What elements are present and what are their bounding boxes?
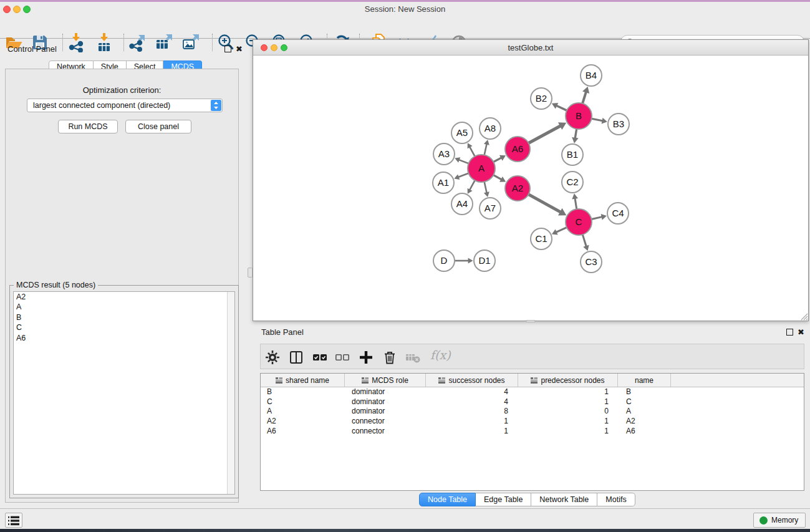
table-cell[interactable]: 4	[426, 397, 518, 407]
graph-edge-C-C1[interactable]	[556, 228, 567, 233]
graph-node-label: A3	[438, 148, 450, 159]
graph-edge-A-A5[interactable]	[470, 147, 475, 156]
table-cell[interactable]: A2	[618, 417, 671, 427]
table-cell[interactable]: C	[261, 397, 345, 407]
titlebar: Session: New Session	[0, 2, 810, 16]
tab-network-table[interactable]: Network Table	[531, 493, 597, 506]
columns-icon[interactable]	[288, 349, 304, 365]
vertical-splitter-handle[interactable]	[248, 268, 253, 278]
table-cell[interactable]: B	[261, 387, 345, 397]
table-cell[interactable]: 1	[426, 427, 518, 437]
graph-edge-C-C2[interactable]	[575, 198, 577, 210]
close-panel-icon[interactable]: ✖	[236, 46, 243, 53]
run-mcds-button[interactable]: Run MCDS	[58, 120, 118, 133]
mcds-list-scrollbar[interactable]	[227, 292, 234, 494]
table-cell[interactable]: A6	[618, 427, 671, 437]
tab-edge-table[interactable]: Edge Table	[476, 493, 531, 506]
float-table-panel-icon[interactable]	[786, 329, 793, 336]
graph-edge-A-A4[interactable]	[470, 180, 475, 190]
mcds-result-item[interactable]: A	[14, 302, 234, 312]
export-image-icon[interactable]	[181, 32, 201, 52]
table-cell[interactable]: 1	[518, 387, 618, 397]
table-cell[interactable]: dominator	[345, 387, 426, 397]
memory-button[interactable]: Memory	[753, 513, 806, 528]
task-history-button[interactable]	[5, 513, 22, 528]
graph-edge-A-A3[interactable]	[459, 160, 469, 163]
graph-node-label: B	[576, 110, 582, 121]
memory-label: Memory	[771, 516, 798, 525]
add-icon[interactable]	[358, 349, 374, 365]
table-cell[interactable]: A	[261, 407, 345, 417]
close-table-panel-icon[interactable]: ✖	[798, 329, 804, 336]
table-cell[interactable]: 8	[426, 407, 518, 417]
delete-table-icon[interactable]	[405, 349, 421, 365]
graph-edge-A2-C[interactable]	[529, 195, 561, 212]
table-cell[interactable]: A2	[261, 417, 345, 427]
table-cell[interactable]: C	[618, 397, 671, 407]
column-header-name[interactable]: name	[618, 374, 671, 387]
float-panel-icon[interactable]	[224, 46, 231, 52]
graph-edge-A6-B[interactable]	[529, 126, 561, 143]
table-cell[interactable]: B	[618, 387, 671, 397]
network-window-titlebar[interactable]: testGlobe.txt	[253, 40, 808, 56]
table-cell[interactable]: A	[618, 407, 671, 417]
graph-edge-B-B2[interactable]	[556, 105, 567, 110]
criterion-select[interactable]: largest connected component (directed)	[27, 99, 223, 112]
table-row[interactable]: A2connector11A2	[261, 417, 804, 427]
trash-icon[interactable]	[382, 349, 398, 365]
table-cell[interactable]: 4	[426, 387, 518, 397]
graph-node-label: A4	[456, 198, 468, 209]
resize-grip-icon[interactable]	[799, 312, 808, 321]
import-network-icon[interactable]	[66, 32, 86, 52]
graph-edge-arrowhead	[572, 193, 578, 199]
graph-edge-A-A8[interactable]	[485, 144, 487, 155]
graph-edge-B-B3[interactable]	[592, 118, 603, 121]
deselect-all-icon[interactable]	[334, 349, 350, 365]
graph-edge-arrowhead	[484, 191, 489, 197]
network-graph[interactable]: B4B2BB3A5A8A6A3B1AA1C2A2A4A7C4CC1C3DD1	[253, 56, 808, 321]
tab-node-table[interactable]: Node Table	[419, 493, 476, 506]
gear-icon[interactable]	[264, 349, 281, 365]
table-row[interactable]: Cdominator41C	[261, 397, 804, 407]
column-header-mcds-role[interactable]: MCDS role	[345, 374, 426, 387]
mcds-result-legend: MCDS result (5 nodes)	[14, 281, 98, 289]
export-network-icon[interactable]	[127, 32, 147, 52]
mcds-result-item[interactable]: A2	[14, 292, 234, 302]
column-header-successor-nodes[interactable]: successor nodes	[426, 374, 518, 387]
graph-edge-A-A1[interactable]	[458, 173, 469, 177]
graph-edge-B-B4[interactable]	[582, 92, 586, 104]
table-row[interactable]: Adominator80A	[261, 407, 804, 417]
select-all-icon[interactable]	[312, 349, 328, 365]
tab-motifs[interactable]: Motifs	[597, 493, 635, 506]
table-cell[interactable]: connector	[345, 427, 426, 437]
close-panel-button[interactable]: Close panel	[125, 120, 191, 133]
graph-edge-A-A7[interactable]	[485, 181, 487, 193]
table-row[interactable]: A6connector11A6	[261, 427, 804, 437]
table-cell[interactable]: A6	[261, 427, 345, 437]
table-cell[interactable]: 1	[518, 397, 618, 407]
graph-edge-C-C4[interactable]	[591, 217, 602, 220]
graph-edge-A-A2[interactable]	[493, 175, 501, 180]
column-header-predecessor-nodes[interactable]: predecessor nodes	[518, 374, 618, 387]
table-row[interactable]: Bdominator41B	[261, 387, 804, 397]
graph-edge-B-B1[interactable]	[575, 129, 576, 138]
table-cell[interactable]: dominator	[345, 407, 426, 417]
table-cell[interactable]: connector	[345, 417, 426, 427]
export-table-icon[interactable]	[154, 32, 174, 52]
table-cell[interactable]: 1	[426, 417, 518, 427]
table-cell[interactable]: 1	[518, 417, 618, 427]
mcds-result-item[interactable]: B	[14, 312, 234, 322]
table-cell[interactable]: 1	[518, 427, 618, 437]
mcds-result-item[interactable]: A6	[14, 333, 234, 343]
horizontal-splitter-handle[interactable]	[526, 320, 535, 322]
graph-edge-A-A6[interactable]	[493, 158, 501, 162]
node-table: shared name MCDS role successor nodes pr…	[260, 373, 804, 491]
mcds-result-list[interactable]: A2ABCA6	[13, 291, 235, 495]
import-table-icon[interactable]	[94, 32, 114, 52]
table-cell[interactable]: dominator	[345, 397, 426, 407]
mcds-result-item[interactable]: C	[14, 322, 234, 332]
table-cell[interactable]: 0	[518, 407, 618, 417]
graph-node-label: C1	[535, 233, 547, 244]
graph-edge-C-C3[interactable]	[582, 235, 586, 246]
column-header-shared-name[interactable]: shared name	[261, 374, 345, 387]
